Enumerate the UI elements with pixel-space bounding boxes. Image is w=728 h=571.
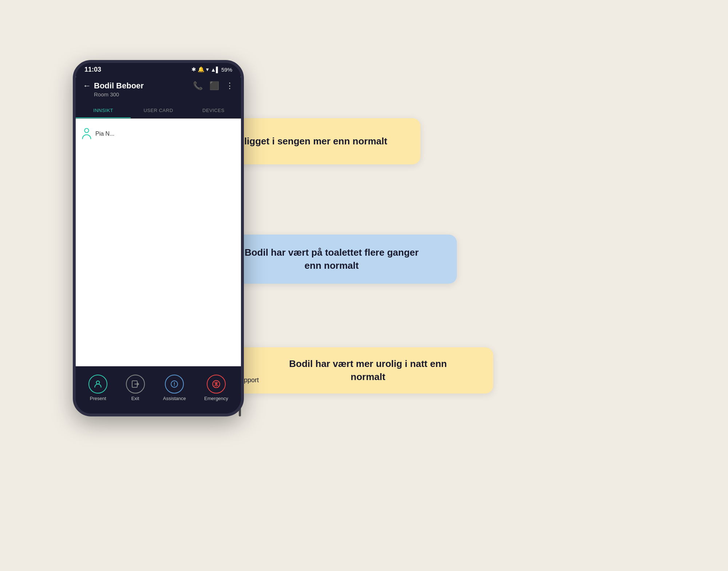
scene: 11:03 ✱ 🔔 ▾ ▲▌ 59% ← Bodil Beboer 📞 xyxy=(73,31,655,540)
exit-label: Exit xyxy=(131,396,139,401)
nav-assistance[interactable]: ! Assistance xyxy=(163,375,186,401)
back-arrow-icon[interactable]: ← xyxy=(83,81,91,91)
present-icon-circle xyxy=(88,375,107,394)
phone-header: ← Bodil Beboer 📞 ⬛ ⋮ Room 300 xyxy=(76,76,241,103)
tab-user-card[interactable]: USER CARD xyxy=(131,103,186,118)
bluetooth-icon: ✱ xyxy=(191,66,196,73)
exit-icon-circle xyxy=(126,375,145,394)
resident-room: Room 300 xyxy=(94,91,234,97)
person-icon xyxy=(82,128,92,140)
svg-point-1 xyxy=(96,381,100,384)
header-actions: 📞 ⬛ ⋮ xyxy=(193,81,234,91)
assistance-icon-circle: ! xyxy=(165,375,184,394)
battery: 59% xyxy=(221,67,232,73)
assistance-label: Assistance xyxy=(163,396,186,401)
back-nav[interactable]: ← Bodil Beboer xyxy=(83,81,144,91)
present-label: Present xyxy=(90,396,106,401)
tab-innsikt[interactable]: INNSIKT xyxy=(76,103,131,118)
pia-row: Pia N... xyxy=(82,124,235,143)
svg-text:!: ! xyxy=(174,381,175,387)
emergency-icon-circle xyxy=(207,375,226,394)
card-night: Nattrapport Bodil har vært mer urolig i … xyxy=(209,347,493,394)
signal-icon: ▲▌ xyxy=(210,67,219,73)
vibrate-icon: 🔔 xyxy=(198,66,205,73)
svg-point-0 xyxy=(84,128,88,132)
night-card-text: Bodil har vært mer urolig i natt enn nor… xyxy=(273,358,463,383)
nav-emergency[interactable]: Emergency xyxy=(204,375,228,401)
resident-name: Bodil Beboer xyxy=(94,81,144,91)
phone-content: Pia N... xyxy=(76,119,241,387)
clock: 11:03 xyxy=(84,66,101,73)
status-bar: 11:03 ✱ 🔔 ▾ ▲▌ 59% xyxy=(76,63,241,76)
nav-present[interactable]: Present xyxy=(88,375,107,401)
nav-exit[interactable]: Exit xyxy=(126,375,145,401)
phone-screen: ← Bodil Beboer 📞 ⬛ ⋮ Room 300 INNSIKT US… xyxy=(76,76,241,388)
more-icon[interactable]: ⋮ xyxy=(226,81,234,91)
status-icons: ✱ 🔔 ▾ ▲▌ 59% xyxy=(191,66,232,73)
video-icon[interactable]: ⬛ xyxy=(209,81,219,91)
bottom-nav: Present Exit ! Assistan xyxy=(76,366,241,414)
bathroom-card-text: Bodil har vært på toalettet flere ganger… xyxy=(237,246,426,272)
pia-label: Pia N... xyxy=(95,131,114,137)
emergency-label: Emergency xyxy=(204,396,228,401)
tab-bar: INNSIKT USER CARD DEVICES xyxy=(76,103,241,119)
phone: 11:03 ✱ 🔔 ▾ ▲▌ 59% ← Bodil Beboer 📞 xyxy=(73,60,244,416)
wifi-icon: ▾ xyxy=(206,66,209,73)
tab-devices[interactable]: DEVICES xyxy=(186,103,241,118)
call-icon[interactable]: 📞 xyxy=(193,81,203,91)
